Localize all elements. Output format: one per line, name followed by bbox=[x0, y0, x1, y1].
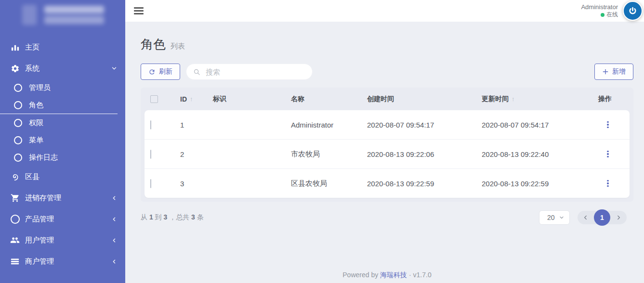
sidebar-item-product[interactable]: 产品管理 bbox=[0, 208, 118, 230]
brand-link[interactable]: 海瑞科技 bbox=[380, 271, 407, 279]
next-page-button[interactable] bbox=[614, 213, 623, 222]
page-controls: 1 bbox=[578, 211, 627, 224]
header-cell-created: 创建时间 bbox=[367, 95, 482, 103]
circle-icon bbox=[14, 84, 22, 92]
app-logo[interactable] bbox=[0, 3, 125, 33]
summary-total: 3 bbox=[191, 213, 195, 221]
status-label: 在线 bbox=[606, 11, 618, 18]
power-icon bbox=[628, 6, 638, 16]
chevron-down-icon bbox=[559, 215, 565, 220]
sidebar-item-label: 主页 bbox=[25, 43, 39, 52]
hamburger-menu-icon[interactable] bbox=[134, 7, 144, 14]
table-row[interactable]: 3 区县农牧局 2020-08-13 09:22:59 2020-08-13 0… bbox=[145, 168, 630, 198]
row-actions-menu-icon[interactable] bbox=[602, 148, 614, 160]
table-footer: 从 1 到 3 ，总共 3 条 20 1 bbox=[141, 210, 633, 225]
add-button[interactable]: 新增 bbox=[594, 64, 633, 80]
plus-icon bbox=[602, 68, 609, 75]
search-icon bbox=[193, 68, 200, 76]
current-page-button[interactable]: 1 bbox=[594, 209, 610, 226]
logout-power-button[interactable] bbox=[623, 1, 643, 21]
chevron-right-icon bbox=[615, 214, 622, 221]
cell-id: 3 bbox=[180, 180, 213, 188]
sidebar-item-home[interactable]: 主页 bbox=[0, 37, 118, 58]
table-body: 1 Administrator 2020-08-07 09:54:17 2020… bbox=[145, 110, 630, 198]
sidebar-item-admin[interactable]: 管理员 bbox=[0, 79, 118, 96]
select-all-checkbox[interactable] bbox=[150, 95, 158, 103]
sort-asc-icon: ↑ bbox=[190, 95, 193, 103]
sidebar-item-label: 商户管理 bbox=[25, 257, 54, 266]
bar-chart-icon bbox=[9, 43, 21, 52]
online-dot-icon bbox=[601, 13, 605, 17]
sidebar-item-user[interactable]: 用户管理 bbox=[0, 230, 118, 251]
column-label: 更新时间 bbox=[482, 95, 509, 103]
chevron-left-icon bbox=[111, 195, 118, 201]
sidebar: 主页 系统 管理员 角色 权限 bbox=[0, 0, 125, 283]
refresh-label: 刷新 bbox=[159, 67, 172, 76]
sidebar-item-label: 产品管理 bbox=[25, 215, 54, 224]
spiral-icon bbox=[9, 172, 21, 181]
row-actions-menu-icon[interactable] bbox=[602, 119, 614, 130]
table-row[interactable]: 1 Administrator 2020-08-07 09:54:17 2020… bbox=[145, 110, 630, 139]
sidebar-item-label: 系统 bbox=[25, 64, 39, 73]
page-size-select[interactable]: 20 bbox=[539, 210, 570, 225]
header-cell-name: 名称 bbox=[291, 95, 367, 103]
header-cell-updated[interactable]: 更新时间 ↑ bbox=[482, 95, 598, 103]
header-cell-actions: 操作 bbox=[598, 95, 633, 103]
gear-icon bbox=[9, 64, 21, 73]
row-actions-menu-icon[interactable] bbox=[602, 178, 614, 189]
add-label: 新增 bbox=[612, 67, 626, 76]
cell-updated: 2020-08-13 09:22:40 bbox=[482, 150, 598, 158]
row-checkbox[interactable] bbox=[150, 120, 151, 129]
sidebar-item-oplog[interactable]: 操作日志 bbox=[0, 149, 118, 166]
app-window: 主页 系统 管理员 角色 权限 bbox=[0, 0, 644, 283]
sidebar-item-inventory[interactable]: 进销存管理 bbox=[0, 187, 118, 208]
cell-created: 2020-08-07 09:54:17 bbox=[367, 121, 482, 129]
circle-icon bbox=[14, 119, 22, 127]
sidebar-item-system[interactable]: 系统 bbox=[0, 58, 118, 79]
users-icon bbox=[9, 235, 21, 245]
cell-updated: 2020-08-07 09:54:17 bbox=[482, 121, 598, 129]
sort-asc-icon: ↑ bbox=[512, 95, 515, 103]
sidebar-item-role[interactable]: 角色 bbox=[0, 96, 118, 114]
summary-to: 3 bbox=[163, 213, 167, 221]
records-summary: 从 1 到 3 ，总共 3 条 bbox=[141, 213, 204, 222]
sidebar-item-district[interactable]: 区县 bbox=[0, 166, 118, 187]
user-info: Administrator 在线 bbox=[581, 3, 618, 18]
search-box bbox=[186, 64, 313, 80]
sidebar-item-label: 菜单 bbox=[29, 136, 43, 145]
chevron-left-icon bbox=[111, 237, 118, 244]
sidebar-item-label: 区县 bbox=[25, 172, 39, 181]
table-row[interactable]: 2 市农牧局 2020-08-13 09:22:06 2020-08-13 09… bbox=[145, 139, 630, 168]
main-area: Administrator 在线 角色 列表 刷新 bbox=[125, 0, 644, 283]
column-label: 名称 bbox=[291, 95, 304, 103]
page-size-value: 20 bbox=[547, 214, 555, 221]
sidebar-item-merchant[interactable]: 商户管理 bbox=[0, 251, 118, 272]
page-subtitle: 列表 bbox=[171, 42, 185, 51]
cell-updated: 2020-08-13 09:22:59 bbox=[482, 180, 598, 188]
header-cell-id[interactable]: ID ↑ bbox=[180, 95, 213, 103]
table-header-row: ID ↑ 标识 名称 创建时间 更新时间 ↑ 操作 bbox=[141, 88, 633, 110]
row-checkbox[interactable] bbox=[150, 179, 151, 188]
logo-text-line1 bbox=[44, 6, 104, 13]
page-title: 角色 bbox=[141, 36, 166, 53]
cart-icon bbox=[9, 193, 21, 203]
row-checkbox[interactable] bbox=[150, 150, 151, 159]
header-cell-select bbox=[150, 95, 180, 103]
cell-name: Administrator bbox=[291, 121, 367, 129]
list-icon bbox=[9, 257, 21, 266]
roles-table: ID ↑ 标识 名称 创建时间 更新时间 ↑ 操作 1 bbox=[141, 88, 633, 202]
search-input[interactable] bbox=[205, 67, 305, 77]
sidebar-item-label: 操作日志 bbox=[29, 153, 58, 162]
sidebar-item-label: 进销存管理 bbox=[25, 193, 61, 203]
sidebar-item-permission[interactable]: 权限 bbox=[0, 114, 118, 131]
cell-name: 市农牧局 bbox=[291, 150, 367, 159]
page-header: 角色 列表 bbox=[141, 36, 633, 53]
chevron-left-icon bbox=[111, 216, 118, 222]
refresh-button[interactable]: 刷新 bbox=[141, 64, 180, 80]
cell-id: 2 bbox=[180, 150, 213, 158]
pagination: 20 1 bbox=[539, 210, 627, 225]
page-footer: Powered by 海瑞科技 · v1.7.0 bbox=[141, 271, 633, 280]
sidebar-item-menu[interactable]: 菜单 bbox=[0, 131, 118, 149]
prev-page-button[interactable] bbox=[581, 213, 590, 222]
page-content: 角色 列表 刷新 新增 bbox=[125, 22, 644, 283]
